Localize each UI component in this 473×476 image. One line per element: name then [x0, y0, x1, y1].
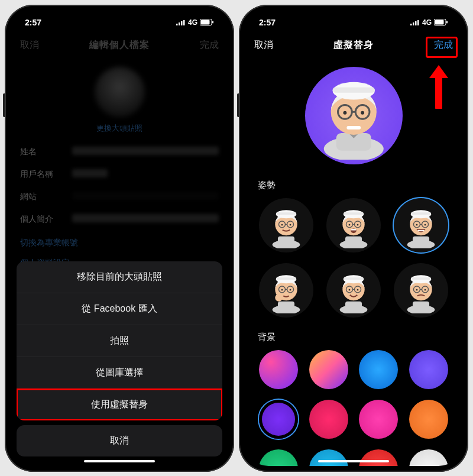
background-option-9[interactable]: [309, 449, 348, 466]
pose-option-1[interactable]: [326, 198, 381, 252]
signal-icon: [410, 20, 420, 25]
svg-rect-71: [345, 302, 362, 310]
sheet-cancel-button[interactable]: 取消: [17, 425, 222, 456]
background-grid: [245, 350, 462, 466]
background-option-2[interactable]: [359, 350, 398, 389]
svg-rect-48: [413, 237, 429, 245]
pose-option-2[interactable]: [394, 198, 448, 252]
sheet-take-photo[interactable]: 拍照: [17, 325, 222, 357]
avatar-character-icon: [310, 72, 398, 160]
svg-rect-18: [332, 88, 374, 93]
pose-grid: [245, 198, 462, 329]
svg-rect-69: [277, 296, 278, 300]
svg-rect-36: [345, 237, 362, 245]
svg-point-23: [361, 111, 364, 115]
background-option-1[interactable]: [309, 350, 348, 389]
background-option-0[interactable]: [259, 350, 298, 389]
svg-rect-5: [201, 20, 210, 25]
svg-rect-13: [446, 21, 448, 24]
svg-rect-46: [351, 229, 356, 230]
status-network: 4G: [188, 18, 197, 27]
form-row-name[interactable]: 姓名: [20, 141, 219, 163]
label-name: 姓名: [20, 147, 61, 157]
label-username: 用戶名稱: [20, 169, 61, 180]
nav-cancel-button[interactable]: 取消: [20, 39, 39, 51]
svg-rect-81: [413, 302, 429, 310]
form-row-username[interactable]: 用戶名稱: [20, 163, 219, 186]
bg-section-label: 背景: [245, 329, 462, 350]
profile-avatar-placeholder[interactable]: [95, 67, 145, 117]
phone-left: 2:57 4G 取消 編輯個人檔案 完成 更換大頭貼照 姓名: [5, 5, 234, 472]
sheet-remove-photo[interactable]: 移除目前的大頭貼照: [17, 261, 222, 293]
status-network: 4G: [422, 18, 432, 27]
label-website: 網站: [20, 192, 61, 202]
svg-rect-57: [418, 230, 425, 231]
pose-option-5[interactable]: [394, 263, 448, 318]
background-option-11[interactable]: [409, 449, 448, 466]
svg-rect-10: [417, 20, 419, 25]
svg-rect-2: [181, 21, 183, 25]
value-name: [72, 147, 219, 155]
svg-point-78: [349, 289, 351, 291]
background-option-6[interactable]: [359, 400, 398, 439]
home-indicator[interactable]: [84, 460, 155, 462]
svg-point-33: [281, 224, 283, 226]
sheet-choose-library[interactable]: 從圖庫選擇: [17, 357, 222, 389]
svg-rect-7: [410, 24, 412, 25]
value-bio: [72, 214, 219, 222]
svg-point-43: [349, 224, 351, 226]
notch: [306, 11, 401, 26]
annotation-highlight-done: [426, 37, 458, 58]
nav-done-button[interactable]: 完成: [200, 39, 219, 51]
background-option-10[interactable]: [359, 449, 398, 466]
pose-option-0[interactable]: [259, 198, 313, 252]
status-right: 4G: [176, 18, 214, 27]
pose-section-label: 姿勢: [245, 177, 462, 198]
svg-rect-84: [411, 277, 431, 280]
svg-rect-74: [344, 277, 364, 280]
form-row-bio[interactable]: 個人簡介: [20, 208, 219, 231]
change-photo-link[interactable]: 更換大頭貼照: [11, 123, 228, 134]
signal-icon: [176, 20, 186, 25]
svg-rect-6: [212, 21, 213, 24]
battery-icon: [434, 19, 448, 26]
svg-rect-59: [278, 302, 294, 310]
value-username: [72, 169, 108, 177]
svg-rect-51: [411, 212, 431, 215]
background-option-8[interactable]: [259, 449, 298, 466]
nav-title: 編輯個人檔案: [89, 39, 150, 51]
background-option-7[interactable]: [409, 400, 448, 439]
background-option-4[interactable]: [259, 400, 298, 439]
svg-rect-39: [344, 212, 364, 215]
svg-point-79: [357, 289, 359, 291]
home-indicator[interactable]: [318, 460, 389, 462]
form-row-website[interactable]: 網站: [20, 186, 219, 208]
avatar-preview: [305, 67, 403, 164]
pose-option-4[interactable]: [326, 263, 381, 318]
background-option-3[interactable]: [409, 350, 448, 389]
svg-point-67: [290, 289, 291, 291]
svg-rect-12: [435, 20, 444, 25]
status-right: 4G: [410, 18, 448, 27]
pose-option-3[interactable]: [259, 263, 313, 318]
status-time: 2:57: [259, 18, 276, 27]
svg-point-44: [357, 224, 359, 226]
svg-point-88: [416, 289, 418, 291]
switch-account-link[interactable]: 切換為專業帳號: [11, 233, 228, 253]
svg-point-34: [290, 224, 291, 226]
profile-form: 姓名 用戶名稱 網站 個人簡介: [11, 138, 228, 233]
svg-rect-0: [176, 24, 178, 25]
svg-rect-3: [183, 20, 185, 25]
svg-point-56: [425, 224, 426, 226]
svg-rect-9: [415, 21, 417, 25]
background-option-5[interactable]: [309, 400, 348, 439]
sheet-use-avatar[interactable]: 使用虛擬替身: [17, 389, 222, 420]
nav-cancel-button[interactable]: 取消: [254, 39, 273, 51]
screen-avatar-editor: 2:57 4G 取消 虛擬替身 完成: [245, 11, 462, 466]
svg-point-68: [275, 294, 282, 301]
svg-rect-26: [278, 237, 294, 245]
sheet-group: 移除目前的大頭貼照 從 Facebook 匯入 拍照 從圖庫選擇 使用虛擬替身: [17, 261, 222, 420]
sheet-import-facebook[interactable]: 從 Facebook 匯入: [17, 293, 222, 325]
screen-edit-profile: 2:57 4G 取消 編輯個人檔案 完成 更換大頭貼照 姓名: [11, 11, 228, 466]
svg-rect-1: [179, 22, 180, 25]
